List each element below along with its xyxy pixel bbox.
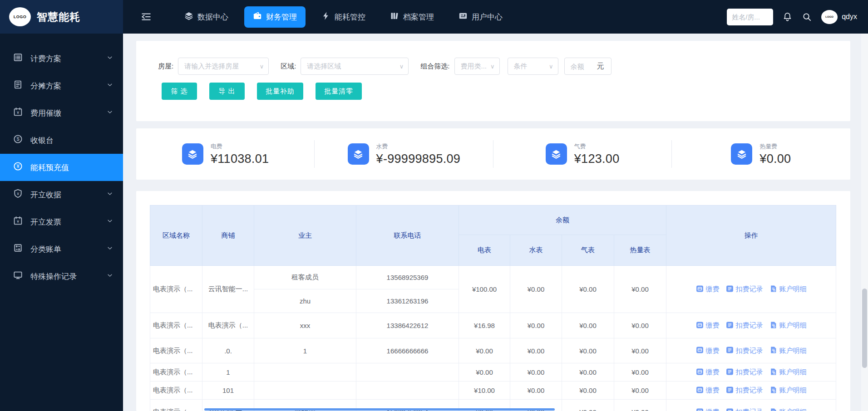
amount-input[interactable] [571, 63, 594, 70]
action-link-2[interactable]: 扣费记录 [726, 321, 763, 330]
col-meter-gas: 气表 [562, 235, 614, 266]
filter-button-3[interactable]: 批量补助 [257, 83, 303, 100]
action-link-1[interactable]: 缴费 [696, 408, 720, 411]
action-link-3[interactable]: 账户明细 [769, 408, 807, 411]
cell-region: 电表演示（... [150, 382, 202, 400]
sidebar-item-7[interactable]: ¥开立发票 [0, 208, 123, 235]
cell-balance-2: ¥0.00 [510, 338, 562, 363]
action-link-1[interactable]: 缴费 [696, 368, 720, 377]
house-select-placeholder: 请输入并选择房屋 [184, 62, 239, 71]
filter-button-4[interactable]: 批量清零 [316, 83, 362, 100]
action-label: 扣费记录 [736, 386, 763, 395]
action-link-3[interactable]: 账户明细 [769, 346, 807, 355]
cell-balance-1: ¥10.00 [459, 382, 510, 400]
nav-item-label: 档案管理 [403, 12, 434, 22]
cell-owner: 租客成员 [254, 266, 356, 289]
col-actions: 操作 [666, 206, 836, 266]
sidebar-item-8[interactable]: 分类账单 [0, 235, 123, 263]
action-link-2[interactable]: 扣费记录 [726, 368, 763, 377]
chevron-down-icon [107, 108, 113, 117]
amount-unit-suffix: 元 [597, 62, 604, 71]
app-title: 智慧能耗 [37, 10, 80, 24]
fee-type-select[interactable]: 费用类... ∨ [454, 58, 500, 75]
global-search-input[interactable] [727, 9, 773, 25]
nav-item-3[interactable]: 能耗管控 [313, 6, 374, 28]
cell-owner: 1 [254, 338, 356, 363]
filter-buttons: 筛 选导 出批量补助批量清零 [162, 83, 362, 100]
filter-button-1[interactable]: 筛 选 [162, 83, 197, 100]
action-label: 账户明细 [779, 285, 807, 294]
cell-balance-2: ¥0.00 [510, 313, 562, 338]
action-link-1[interactable]: 缴费 [696, 285, 720, 294]
app-root: LOGO 智慧能耗 数据中心财务管理能耗管控档案管理用户中心 LOGO [0, 0, 868, 411]
wallet-icon [253, 11, 262, 23]
nav-item-1[interactable]: 数据中心 [176, 6, 237, 28]
pay-icon [696, 408, 704, 411]
search-icon[interactable] [802, 12, 812, 22]
action-link-2[interactable]: 扣费记录 [726, 346, 763, 355]
svg-text:¥: ¥ [16, 191, 19, 196]
horizontal-scrollbar-thumb[interactable] [204, 408, 555, 411]
action-link-2[interactable]: 扣费记录 [726, 285, 763, 294]
sidebar-item-label: 开立收据 [30, 190, 61, 200]
sidebar-collapse-icon[interactable] [140, 11, 152, 23]
user-menu[interactable]: LOGO qdyx [821, 10, 857, 24]
cell-phone: 13568925369 [356, 266, 459, 289]
detail-icon [769, 386, 777, 395]
cell-owner: zhu [254, 289, 356, 313]
table-row: 电表演示（....0.116666666666¥0.00¥0.00¥0.00¥0… [150, 338, 836, 363]
stats-panel: 电费 ¥11038.01 水费 ¥-99999895.09 气费 ¥123.00… [136, 128, 850, 180]
chevron-down-icon [107, 217, 113, 226]
condition-select[interactable]: 条件 ∨ [508, 58, 558, 75]
sidebar-item-5[interactable]: ¥能耗预充值 [0, 154, 123, 181]
record-icon [726, 285, 734, 294]
svg-text:¥: ¥ [16, 163, 20, 169]
col-meter-electric: 电表 [459, 235, 510, 266]
vertical-scrollbar-thumb[interactable] [862, 289, 867, 368]
cell-actions: 缴费扣费记录账户明细 [666, 382, 836, 400]
cell-balance-3: ¥0.00 [562, 338, 614, 363]
combo-filter-label: 组合筛选: [420, 62, 449, 71]
record-icon [726, 321, 734, 330]
sidebar-item-3[interactable]: ¥费用催缴 [0, 99, 123, 127]
cell-shop: 电表演示（... [202, 313, 254, 338]
house-select[interactable]: 请输入并选择房屋 ∨ [178, 58, 269, 75]
sidebar-item-2[interactable]: 分摊方案 [0, 72, 123, 99]
cell-balance-1: ¥0.00 [459, 363, 510, 382]
sidebar-item-6[interactable]: ¥开立收据 [0, 181, 123, 208]
action-label: 扣费记录 [736, 408, 763, 411]
area-select[interactable]: 请选择区域 ∨ [301, 58, 409, 75]
nav-item-4[interactable]: 档案管理 [381, 6, 443, 28]
sidebar-item-4[interactable]: $收银台 [0, 127, 123, 154]
action-label: 缴费 [706, 285, 720, 294]
action-link-1[interactable]: 缴费 [696, 386, 720, 395]
cell-phone: 16666666666 [356, 338, 459, 363]
cell-balance-1: ¥0.00 [459, 338, 510, 363]
sidebar-item-1[interactable]: 计费方案 [0, 45, 123, 72]
nav-item-5[interactable]: 用户中心 [450, 6, 511, 28]
action-link-3[interactable]: 账户明细 [769, 321, 807, 330]
table-row: 电表演示（...云讯智能一...租客成员13568925369¥100.00¥0… [150, 266, 836, 289]
pay-icon [696, 386, 704, 395]
cell-balance-4: ¥0.00 [614, 400, 666, 411]
cell-region: 电表演示（... [150, 266, 202, 313]
action-link-1[interactable]: 缴费 [696, 346, 720, 355]
fee-type-placeholder: 费用类... [461, 62, 487, 71]
action-link-1[interactable]: 缴费 [696, 321, 720, 330]
action-label: 缴费 [706, 321, 720, 330]
stat-label: 水费 [376, 142, 461, 151]
stat-label: 电费 [211, 142, 269, 151]
nav-item-2[interactable]: 财务管理 [244, 6, 306, 28]
sidebar-item-9[interactable]: 特殊操作记录 [0, 263, 123, 290]
calculator-icon [13, 243, 23, 255]
nav-item-label: 财务管理 [266, 12, 297, 22]
bell-icon[interactable] [782, 12, 793, 22]
action-link-2[interactable]: 扣费记录 [726, 408, 763, 411]
action-link-3[interactable]: 账户明细 [769, 386, 807, 395]
action-link-3[interactable]: 账户明细 [769, 368, 807, 377]
action-link-3[interactable]: 账户明细 [769, 285, 807, 294]
sidebar-item-label: 计费方案 [30, 54, 61, 64]
filter-button-2[interactable]: 导 出 [209, 83, 245, 100]
cell-owner: xxx [254, 313, 356, 338]
action-link-2[interactable]: 扣费记录 [726, 386, 763, 395]
